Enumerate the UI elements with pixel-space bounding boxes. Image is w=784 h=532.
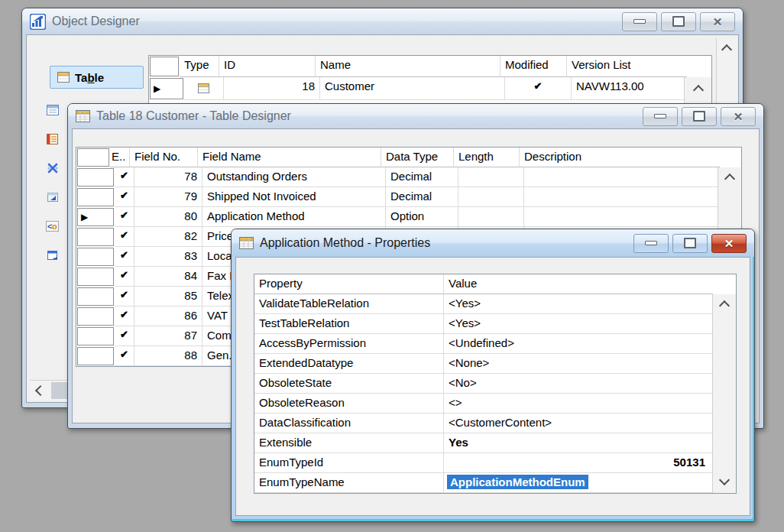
description-cell[interactable] <box>524 187 724 207</box>
property-row-dataclassification[interactable]: DataClassification <CustomerContent> <box>254 414 736 433</box>
row-selector-cell[interactable] <box>77 327 114 345</box>
property-row-testtablerelation[interactable]: TestTableRelation <Yes> <box>254 314 736 334</box>
field-name-cell[interactable]: Outstanding Orders <box>202 167 386 187</box>
scrollbar-thumb[interactable] <box>51 382 68 399</box>
properties-titlebar[interactable]: Application Method - Properties ✕ <box>232 229 754 257</box>
field-name-cell[interactable]: Application Method <box>202 207 386 227</box>
sidebar-item-page[interactable] <box>44 101 62 119</box>
version-list-cell[interactable]: NAVW113.00 <box>572 77 692 100</box>
row-selector-cell[interactable] <box>77 347 114 365</box>
property-value-cell[interactable]: <CustomerContent> <box>444 414 713 433</box>
property-name-cell[interactable]: ExtendedDatatype <box>254 354 444 374</box>
property-row-validatetablerelation[interactable]: ValidateTableRelation <Yes> <box>254 294 736 314</box>
property-name-cell[interactable]: ObsoleteReason <box>254 394 444 414</box>
scroll-left-button[interactable] <box>30 381 51 401</box>
field-no-cell[interactable]: 88 <box>134 346 202 366</box>
field-row-79[interactable]: ✔ 79 Shipped Not Invoiced Decimal <box>76 187 741 207</box>
close-button[interactable]: ✕ <box>700 12 735 31</box>
row-selector-cell[interactable] <box>77 168 114 187</box>
field-no-cell[interactable]: 85 <box>134 287 202 307</box>
field-no-cell[interactable]: 83 <box>134 247 202 267</box>
enabled-cell[interactable]: ✔ <box>115 227 134 247</box>
scroll-up-icon[interactable] <box>719 300 730 311</box>
enabled-cell[interactable]: ✔ <box>115 326 134 346</box>
enabled-cell[interactable]: ✔ <box>115 346 134 366</box>
property-name-cell[interactable]: EnumTypeId <box>254 453 444 473</box>
length-cell[interactable] <box>458 167 524 187</box>
field-no-cell[interactable]: 87 <box>134 326 202 346</box>
property-row-extendeddatatype[interactable]: ExtendedDatatype <None> <box>254 354 736 374</box>
property-name-cell[interactable]: ObsoleteState <box>254 374 444 394</box>
field-row-78[interactable]: ✔ 78 Outstanding Orders Decimal <box>76 167 741 187</box>
scroll-up-icon[interactable] <box>692 85 703 96</box>
maximize-button[interactable] <box>672 234 708 253</box>
property-value-cell[interactable]: <Yes> <box>444 314 713 334</box>
property-row-enumtypeid[interactable]: EnumTypeId 50131 <box>254 453 736 473</box>
property-name-cell[interactable]: DataClassification <box>254 414 444 433</box>
type-cell[interactable] <box>184 77 224 100</box>
enabled-cell[interactable]: ✔ <box>115 267 134 287</box>
field-no-cell[interactable]: 82 <box>134 227 202 247</box>
enabled-cell[interactable]: ✔ <box>115 207 134 227</box>
sidebar-item-report[interactable] <box>44 130 62 148</box>
sidebar-item-menusuite[interactable] <box>44 246 62 264</box>
scroll-up-icon[interactable] <box>724 174 735 184</box>
property-name-cell[interactable]: EnumTypeName <box>254 473 444 493</box>
enabled-cell[interactable]: ✔ <box>115 247 134 267</box>
enabled-cell[interactable]: ✔ <box>115 287 134 307</box>
selected-value-text[interactable]: ApplicationMethodEnum <box>447 475 588 489</box>
data-type-cell[interactable]: Option <box>386 207 458 227</box>
object-row-customer[interactable]: ▶ 18 Customer ✔ NAVW113.00 <box>149 77 711 100</box>
property-value-cell[interactable]: <Yes> <box>444 294 713 314</box>
sidebar-item-codeunit[interactable] <box>44 159 62 177</box>
description-cell[interactable] <box>524 207 724 227</box>
property-value-cell[interactable]: <No> <box>444 374 713 394</box>
property-value-cell[interactable]: ApplicationMethodEnum <box>444 473 713 493</box>
enabled-cell[interactable]: ✔ <box>115 167 134 187</box>
object-designer-titlebar[interactable]: Object Designer ✕ <box>22 8 743 34</box>
table-designer-titlebar[interactable]: Table 18 Customer - Table Designer ✕ <box>68 104 763 128</box>
row-selector-cell[interactable]: ▶ <box>150 78 183 99</box>
property-name-cell[interactable]: ValidateTableRelation <box>254 294 444 314</box>
field-no-cell[interactable]: 78 <box>134 167 202 187</box>
field-no-cell[interactable]: 79 <box>134 187 202 207</box>
maximize-button[interactable] <box>682 107 717 126</box>
property-value-cell[interactable]: <> <box>444 394 713 414</box>
row-selector-cell[interactable] <box>77 307 114 326</box>
property-row-accessbypermission[interactable]: AccessByPermission <Undefined> <box>254 334 736 354</box>
property-value-cell[interactable]: <Undefined> <box>444 334 713 354</box>
description-cell[interactable] <box>524 167 724 187</box>
row-selector-cell[interactable] <box>77 248 114 266</box>
properties-grid-scrollbar[interactable] <box>712 294 736 493</box>
row-selector-cell[interactable] <box>77 188 114 206</box>
maximize-button[interactable] <box>661 12 696 31</box>
property-value-cell[interactable]: <None> <box>444 354 713 374</box>
id-cell[interactable]: 18 <box>224 77 320 100</box>
property-row-obsoletestate[interactable]: ObsoleteState <No> <box>254 374 736 394</box>
sidebar-item-table[interactable]: Table <box>50 66 144 89</box>
minimize-button[interactable] <box>622 12 657 31</box>
row-selector-cell[interactable] <box>77 287 114 306</box>
field-no-cell[interactable]: 84 <box>134 267 202 287</box>
close-button[interactable]: ✕ <box>721 107 756 126</box>
scroll-up-icon[interactable] <box>721 44 732 55</box>
sidebar-item-xmlport[interactable]: <o <box>44 217 62 235</box>
property-value-cell[interactable]: 50131 <box>444 453 713 473</box>
close-button[interactable]: ✕ <box>711 234 747 253</box>
row-selector-cell[interactable] <box>77 268 114 286</box>
row-selector-cell[interactable]: ▶ <box>77 208 114 226</box>
property-value-cell[interactable]: Yes <box>444 433 713 453</box>
property-row-enumtypename[interactable]: EnumTypeName ApplicationMethodEnum <box>254 473 736 493</box>
field-no-cell[interactable]: 86 <box>134 307 202 326</box>
length-cell[interactable] <box>458 207 524 227</box>
length-cell[interactable] <box>458 187 524 207</box>
property-name-cell[interactable]: AccessByPermission <box>254 334 444 354</box>
property-row-extensible[interactable]: Extensible Yes <box>254 433 736 453</box>
property-row-obsoletereason[interactable]: ObsoleteReason <> <box>254 394 736 414</box>
property-name-cell[interactable]: Extensible <box>254 433 444 453</box>
field-row-80-current[interactable]: ▶ ✔ 80 Application Method Option <box>76 207 741 227</box>
data-type-cell[interactable]: Decimal <box>386 187 458 207</box>
field-name-cell[interactable]: Shipped Not Invoiced <box>202 187 386 207</box>
minimize-button[interactable] <box>643 107 678 126</box>
enabled-cell[interactable]: ✔ <box>115 307 134 326</box>
